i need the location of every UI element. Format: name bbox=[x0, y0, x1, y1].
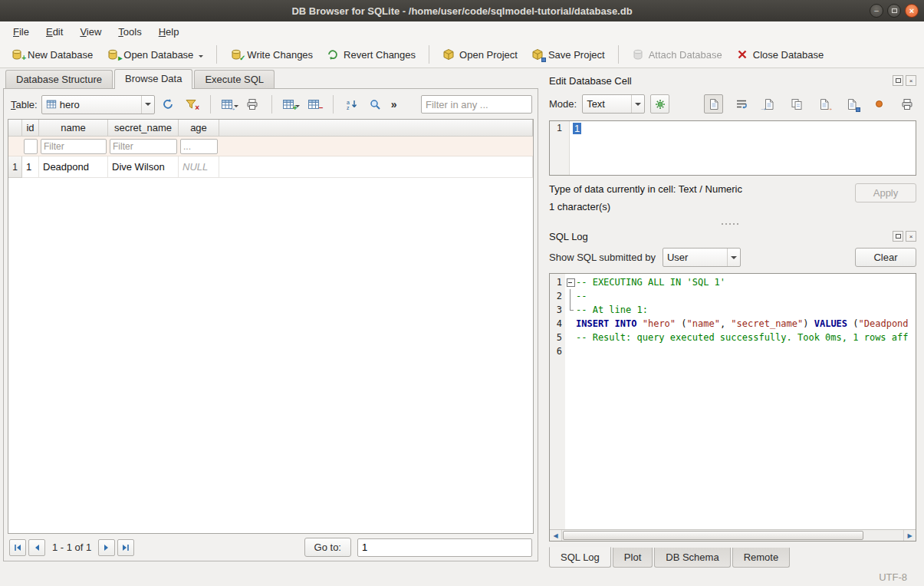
scrollbar-thumb[interactable] bbox=[563, 531, 863, 540]
save-text-button[interactable] bbox=[842, 94, 861, 114]
goto-input[interactable] bbox=[357, 538, 532, 557]
data-grid[interactable]: idnamesecret_nameage11DeadpondDive Wilso… bbox=[8, 119, 534, 534]
cell-name[interactable]: Deadpond bbox=[39, 156, 108, 178]
write-changes-label: Write Changes bbox=[247, 49, 313, 61]
dock-tab-db-schema[interactable]: DB Schema bbox=[654, 548, 730, 568]
word-wrap-button[interactable] bbox=[732, 94, 751, 114]
column-filter-input-1[interactable] bbox=[41, 139, 107, 154]
toolbar-overflow-button[interactable]: » bbox=[389, 98, 400, 110]
scroll-left-button[interactable]: ◀ bbox=[550, 530, 562, 541]
edit-cell-header: Edit Database Cell × bbox=[549, 73, 916, 88]
revert-changes-button[interactable]: Revert Changes bbox=[321, 44, 422, 64]
column-filter-input-3[interactable] bbox=[180, 139, 218, 154]
insert-record-button[interactable]: + bbox=[281, 95, 301, 114]
cell-id[interactable]: 1 bbox=[22, 156, 39, 178]
toolbar-separator bbox=[429, 45, 429, 64]
cell-editor[interactable]: 1 1 bbox=[549, 120, 916, 176]
gear-icon bbox=[654, 98, 666, 110]
open-project-button[interactable]: Open Project bbox=[436, 44, 524, 64]
insert-record-icon: + bbox=[282, 98, 294, 110]
scroll-right-button[interactable]: ▶ bbox=[903, 530, 916, 541]
sql-source-selector[interactable]: User bbox=[663, 248, 741, 267]
horizontal-scrollbar[interactable]: ◀ ▶ bbox=[550, 529, 916, 541]
save-project-button[interactable]: Save Project bbox=[525, 44, 611, 64]
clear-log-button[interactable]: Clear bbox=[855, 248, 916, 267]
import-text-button[interactable]: → bbox=[759, 94, 778, 114]
tab-browse-data[interactable]: Browse Data bbox=[114, 69, 192, 89]
copy-button[interactable] bbox=[787, 94, 806, 114]
column-filter-input-0[interactable] bbox=[24, 139, 38, 154]
log-line-3: 3-- At line 1: bbox=[550, 303, 916, 317]
selected-text: 1 bbox=[573, 123, 581, 134]
previous-record-button[interactable] bbox=[28, 539, 45, 556]
row-header[interactable]: 1 bbox=[8, 156, 22, 178]
find-button[interactable] bbox=[366, 95, 385, 114]
maximize-button[interactable] bbox=[887, 4, 901, 18]
apply-button[interactable]: Apply bbox=[855, 183, 916, 202]
cell-type-label: Type of data currently in cell: Text / N… bbox=[549, 183, 742, 195]
toolbar-separator bbox=[210, 95, 211, 114]
clear-filters-button[interactable]: × bbox=[182, 95, 201, 114]
menu-help[interactable]: Help bbox=[150, 23, 188, 41]
dock-resize-handle[interactable] bbox=[543, 219, 916, 229]
goto-button[interactable]: Go to: bbox=[304, 538, 351, 557]
filter-any-input[interactable] bbox=[421, 95, 532, 114]
maximize-icon bbox=[892, 8, 897, 13]
minimize-button[interactable]: – bbox=[870, 4, 883, 18]
text-mode-button[interactable] bbox=[704, 94, 723, 114]
log-line-1: 1-- EXECUTING ALL IN 'SQL 1' bbox=[550, 275, 916, 289]
close-dock-button[interactable]: × bbox=[906, 75, 916, 86]
toolbar-separator bbox=[333, 95, 334, 114]
column-header-age[interactable]: age bbox=[179, 120, 219, 137]
column-header-name[interactable]: name bbox=[39, 120, 108, 137]
delete-record-button[interactable]: – bbox=[304, 95, 324, 114]
auto-format-button[interactable] bbox=[650, 94, 669, 114]
dock-tab-sql-log[interactable]: SQL Log bbox=[549, 547, 611, 568]
table-selector[interactable]: hero bbox=[41, 95, 155, 114]
next-record-button[interactable] bbox=[98, 539, 115, 556]
print-button[interactable] bbox=[243, 95, 262, 114]
dock-tab-plot[interactable]: Plot bbox=[613, 548, 653, 568]
dock-tab-remote[interactable]: Remote bbox=[732, 548, 791, 568]
cell-age[interactable]: NULL bbox=[179, 156, 219, 178]
menu-file[interactable]: File bbox=[5, 23, 38, 41]
export-text-button[interactable]: → bbox=[814, 94, 834, 114]
log-line-number: 5 bbox=[550, 331, 565, 344]
table-icon bbox=[46, 99, 57, 110]
scrollbar-track[interactable] bbox=[562, 530, 903, 541]
tab-execute-sql[interactable]: Execute SQL bbox=[194, 70, 275, 88]
chevron-down-icon bbox=[727, 249, 740, 266]
sort-button[interactable] bbox=[343, 95, 362, 114]
sql-log-view[interactable]: 1-- EXECUTING ALL IN 'SQL 1'2--3-- At li… bbox=[549, 273, 916, 542]
print-cell-button[interactable] bbox=[897, 94, 916, 114]
mode-selector[interactable]: Text bbox=[582, 94, 645, 114]
open-database-button[interactable]: ▸ Open Database bbox=[100, 44, 209, 64]
column-header-id[interactable]: id bbox=[22, 120, 39, 137]
write-changes-button[interactable]: ✓ Write Changes bbox=[224, 44, 319, 64]
menu-tools[interactable]: Tools bbox=[110, 23, 150, 41]
export-table-button[interactable]: → bbox=[220, 95, 239, 114]
first-record-button[interactable] bbox=[9, 539, 26, 556]
refresh-button[interactable] bbox=[159, 95, 178, 114]
last-record-button[interactable] bbox=[117, 539, 134, 556]
column-header-secret-name[interactable]: secret_name bbox=[108, 120, 179, 137]
close-database-button[interactable]: Close Database bbox=[730, 44, 830, 64]
title-bar[interactable]: DB Browser for SQLite - /home/user/code/… bbox=[0, 0, 924, 21]
menu-view[interactable]: View bbox=[71, 23, 110, 41]
browse-data-pane: Table: hero × → + – bbox=[3, 88, 538, 561]
cell-secret-name[interactable]: Dive Wilson bbox=[108, 156, 179, 178]
close-button[interactable]: × bbox=[905, 4, 919, 18]
editor-content[interactable]: 1 bbox=[570, 121, 916, 175]
open-project-icon bbox=[442, 48, 455, 61]
float-dock-button[interactable] bbox=[893, 75, 903, 86]
close-dock-button[interactable]: × bbox=[906, 231, 916, 242]
log-line-number: 1 bbox=[550, 275, 565, 289]
tab-database-structure[interactable]: Database Structure bbox=[5, 70, 113, 88]
fold-marker-icon[interactable] bbox=[565, 275, 576, 289]
column-filter-input-2[interactable] bbox=[110, 139, 177, 154]
float-dock-button[interactable] bbox=[893, 231, 903, 242]
menu-edit[interactable]: Edit bbox=[38, 23, 71, 41]
new-database-button[interactable]: + New Database bbox=[5, 44, 99, 64]
set-null-button[interactable] bbox=[870, 94, 889, 114]
filter-cell-2 bbox=[108, 137, 179, 156]
